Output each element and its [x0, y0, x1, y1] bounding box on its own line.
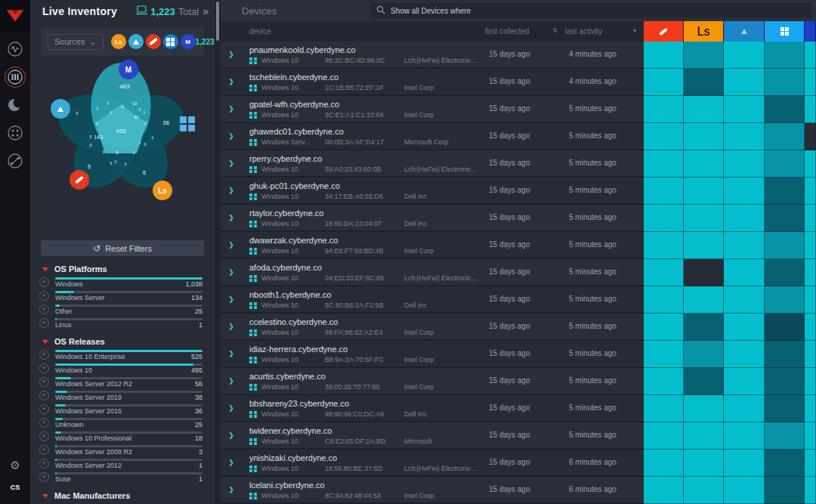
row-expand-chevron-icon[interactable]: ❯: [221, 205, 242, 230]
panel-scrollbar[interactable]: [215, 0, 221, 504]
filter-item[interactable]: +Windows 10 Professional18: [30, 430, 215, 444]
table-row[interactable]: ❯gpatel-wfh.cyberdyne.coWindows 103C:E1:…: [221, 96, 816, 123]
table-row[interactable]: ❯twidener.cyberdyne.coWindows 10C8:E2:65…: [221, 422, 816, 450]
device-cell[interactable]: tscheblein.cyberdyne.coWindows 101C:1B:B…: [242, 69, 485, 94]
filter-item[interactable]: +Linux1: [30, 317, 215, 330]
triangle-source-badge[interactable]: [128, 34, 144, 49]
table-row[interactable]: ❯rtaylor.cyberdyne.coWindows 1018:66:DA:…: [221, 205, 816, 232]
mde-badge[interactable]: M: [181, 34, 196, 49]
windows-source-badge[interactable]: [163, 34, 178, 49]
table-row[interactable]: ❯ghawedc01.cyberdyne.coWindows Serv...00…: [221, 123, 816, 150]
row-expand-chevron-icon[interactable]: ❯: [221, 42, 242, 67]
device-cell[interactable]: acurtis.cyberdyne.coWindows 1038:00:25:7…: [242, 368, 485, 394]
row-expand-chevron-icon[interactable]: ❯: [221, 123, 242, 149]
nav-policies-icon[interactable]: [5, 122, 26, 144]
filter-add-icon[interactable]: +: [39, 377, 49, 387]
table-row[interactable]: ❯nbooth1.cyberdyne.coWindows 105C:80:B6:…: [221, 286, 816, 314]
column-header-device[interactable]: device: [221, 27, 485, 36]
nav-activity-icon[interactable]: [5, 39, 26, 60]
filter-section-header[interactable]: OS Platforms: [30, 258, 215, 276]
filter-item[interactable]: +Windows 10495: [30, 362, 215, 376]
windows-source-venn-badge[interactable]: [178, 114, 197, 134]
row-expand-chevron-icon[interactable]: ❯: [221, 314, 242, 339]
lansweeper-badge[interactable]: Ls: [111, 34, 126, 49]
filter-item[interactable]: +Windows Server 20121: [30, 457, 215, 471]
table-row[interactable]: ❯idiaz-herrera.cyberdyne.coWindows 10B8:…: [221, 341, 816, 368]
filter-add-icon[interactable]: +: [39, 291, 49, 301]
sort-icon[interactable]: ⇅: [552, 27, 558, 36]
sources-dropdown[interactable]: Sources⌄: [48, 34, 104, 50]
brand-logo-icon[interactable]: [0, 0, 30, 32]
row-expand-chevron-icon[interactable]: ❯: [221, 422, 242, 448]
device-cell[interactable]: pnaumenkoold.cyberdyne.coWindows 1098:2C…: [242, 42, 485, 67]
filter-item[interactable]: +Windows Server 2012 R256: [30, 376, 215, 389]
row-expand-chevron-icon[interactable]: ❯: [221, 341, 242, 366]
table-row[interactable]: ❯ghuk-pc01.cyberdyne.coWindows 1034:17:E…: [221, 178, 816, 205]
row-expand-chevron-icon[interactable]: ❯: [221, 477, 242, 502]
device-cell[interactable]: ghuk-pc01.cyberdyne.coWindows 1034:17:EB…: [242, 178, 485, 203]
filter-add-icon[interactable]: +: [39, 445, 49, 455]
row-expand-chevron-icon[interactable]: ❯: [221, 259, 242, 285]
device-search-bar[interactable]: [370, 3, 811, 18]
filter-item[interactable]: +Windows Server 201938: [30, 389, 215, 403]
device-cell[interactable]: bbshareny23.cyberdyne.coWindows 1098:90:…: [242, 395, 485, 421]
sort-arrow-icon[interactable]: ▾: [633, 27, 636, 36]
filter-add-icon[interactable]: +: [39, 350, 49, 360]
filter-item[interactable]: +Suse1: [30, 471, 215, 484]
row-expand-chevron-icon[interactable]: ❯: [221, 368, 242, 394]
column-header-first-collected[interactable]: first collected ⇅: [485, 27, 565, 36]
table-row[interactable]: ❯acurtis.cyberdyne.coWindows 1038:00:25:…: [221, 368, 816, 395]
lansweeper-venn-badge[interactable]: Ls: [153, 181, 172, 200]
device-cell[interactable]: dwawrzak.cyberdyne.coWindows 1094:E6:F7:…: [242, 232, 485, 258]
row-expand-chevron-icon[interactable]: ❯: [221, 150, 242, 176]
filter-add-icon[interactable]: +: [39, 363, 49, 373]
filter-item[interactable]: +Windows Server134: [30, 289, 215, 303]
user-avatar[interactable]: CS: [6, 478, 24, 496]
device-cell[interactable]: gpatel-wfh.cyberdyne.coWindows 103C:E1:A…: [242, 96, 485, 122]
filter-add-icon[interactable]: +: [39, 459, 49, 468]
device-cell[interactable]: rtaylor.cyberdyne.coWindows 1018:66:DA:2…: [242, 205, 485, 230]
table-row[interactable]: ❯tscheblein.cyberdyne.coWindows 101C:1B:…: [221, 69, 816, 96]
row-expand-chevron-icon[interactable]: ❯: [221, 232, 242, 258]
device-cell[interactable]: twidener.cyberdyne.coWindows 10C8:E2:65:…: [242, 422, 485, 448]
filter-add-icon[interactable]: +: [39, 277, 49, 287]
filter-item[interactable]: +Windows Server 201636: [30, 403, 215, 416]
table-row[interactable]: ❯rperry.cyberdyne.coWindows 1058:A0:23:4…: [221, 150, 816, 178]
column-header-last-activity[interactable]: last activity ▾: [565, 27, 644, 36]
filter-add-icon[interactable]: +: [39, 318, 49, 328]
windows-source-column-header[interactable]: [765, 21, 805, 42]
nav-threats-icon[interactable]: [5, 94, 26, 116]
nav-inventory-icon[interactable]: [5, 66, 26, 88]
row-expand-chevron-icon[interactable]: ❯: [221, 178, 242, 203]
reset-filters-button[interactable]: ↺ Reset Filters: [41, 240, 204, 256]
filter-section-header[interactable]: Mac Manufacturers: [30, 484, 215, 502]
red-slash-source-column-header[interactable]: [644, 21, 684, 42]
table-row[interactable]: ❯afoda.cyberdyne.coWindows 1004:ED:33:EF…: [221, 259, 816, 286]
filter-item[interactable]: +Windows1,038: [30, 276, 215, 289]
device-cell[interactable]: nbooth1.cyberdyne.coWindows 105C:80:B6:2…: [242, 286, 485, 312]
filter-add-icon[interactable]: +: [39, 404, 49, 414]
device-cell[interactable]: idiaz-herrera.cyberdyne.coWindows 10B8:9…: [242, 341, 485, 366]
filter-add-icon[interactable]: +: [39, 472, 49, 482]
row-expand-chevron-icon[interactable]: ❯: [221, 286, 242, 312]
device-cell[interactable]: rperry.cyberdyne.coWindows 1058:A0:23:43…: [242, 150, 485, 176]
triangle-source-venn-badge[interactable]: [51, 99, 70, 119]
mde-venn-badge[interactable]: M: [119, 60, 138, 79]
red-slash-source-venn-badge[interactable]: [70, 170, 89, 190]
triangle-source-column-header[interactable]: [724, 21, 765, 42]
filter-item[interactable]: +Windows 10 Enterprise525: [30, 348, 215, 362]
scrollbar-thumb[interactable]: [216, 2, 219, 41]
nav-integrations-icon[interactable]: [5, 150, 26, 172]
row-expand-chevron-icon[interactable]: ❯: [221, 450, 242, 475]
table-row[interactable]: ❯ccelestino.cyberdyne.coWindows 1098:FA:…: [221, 314, 816, 341]
row-expand-chevron-icon[interactable]: ❯: [221, 96, 242, 122]
device-cell[interactable]: ghawedc01.cyberdyne.coWindows Serv...00:…: [242, 123, 485, 149]
device-cell[interactable]: ccelestino.cyberdyne.coWindows 1098:FA:9…: [242, 314, 485, 339]
lansweeper-source-column-header[interactable]: Ls: [684, 21, 724, 42]
collapse-panel-icon[interactable]: »: [202, 5, 209, 17]
fifth-source-column-header[interactable]: [805, 21, 816, 42]
row-expand-chevron-icon[interactable]: ❯: [221, 395, 242, 421]
table-row[interactable]: ❯ynishizaki.cyberdyne.coWindows 1018:56:…: [221, 450, 816, 477]
table-row[interactable]: ❯dwawrzak.cyberdyne.coWindows 1094:E6:F7…: [221, 232, 816, 259]
filter-add-icon[interactable]: +: [39, 431, 49, 441]
